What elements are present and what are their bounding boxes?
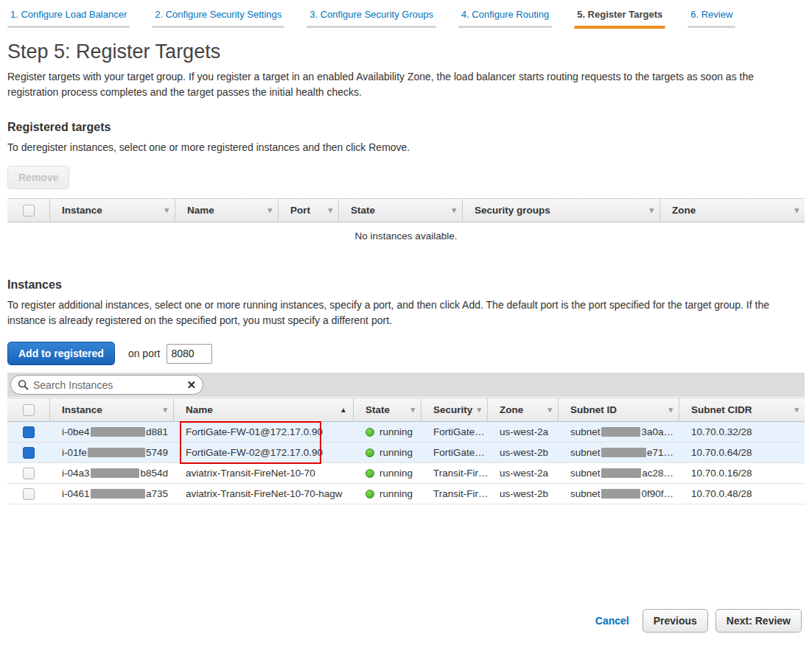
row-checkbox[interactable] [23,447,35,459]
select-all-checkbox[interactable] [23,205,35,216]
subnet-id-cell: subnete71… [559,443,679,462]
tab-configure-security-groups[interactable]: 3. Configure Security Groups [307,9,436,29]
tab-register-targets[interactable]: 5. Register Targets [574,9,665,29]
sort-down-icon[interactable]: ▾ [410,405,415,415]
table-row[interactable]: i-04a3b854d aviatrix-Transit-FireNet-10-… [7,463,805,484]
search-instances-box[interactable]: ✕ [10,375,203,395]
sort-down-icon[interactable]: ▾ [328,205,332,215]
zone-cell: us-west-2b [488,443,559,462]
security-cell: Transit-Fir… [421,463,488,483]
search-icon [18,379,29,390]
registered-targets-table: Instance ▾ Name ▾ Port ▾ State ▾ Securit… [7,198,805,252]
instance-id-cell: i-04a3b854d [50,463,174,483]
sort-down-icon[interactable]: ▾ [794,405,799,415]
instance-name-cell: FortiGate-FW-02@172.17.0.90 [174,443,354,462]
sort-down-icon[interactable]: ▾ [668,405,673,415]
column-label: Name [187,205,214,216]
port-label: on port [128,348,161,359]
row-checkbox-cell [7,443,50,462]
clear-search-icon[interactable]: ✕ [186,379,196,390]
table-row[interactable]: i-01fe5749 FortiGate-FW-02@172.17.0.90 r… [7,443,805,463]
tab-underline [152,26,284,28]
tab-label: 6. Review [687,9,735,26]
table-row[interactable]: i-0461a735 aviatrix-Transit-FireNet-10-7… [7,484,805,504]
column-header-security[interactable]: Security ▾ [421,398,488,421]
zone-cell: us-west-2b [488,484,559,504]
column-header-name[interactable]: Name ▾ [175,199,279,222]
add-to-registered-button[interactable]: Add to registered [7,342,115,365]
instance-name-cell: FortiGate-FW-01@172.17.0.90 [174,422,354,442]
column-label: Port [290,205,310,216]
subnet-id-cell: subnet3a0a… [559,422,679,442]
sort-down-icon[interactable]: ▾ [477,405,481,415]
instances-table-body: i-0be4d881 FortiGate-FW-01@172.17.0.90 r… [7,422,805,504]
column-header-port[interactable]: Port ▾ [279,199,339,222]
sort-down-icon[interactable]: ▾ [163,405,167,415]
redacted-text [601,448,646,457]
add-to-registered-row: Add to registered on port [7,342,805,365]
tab-configure-routing[interactable]: 4. Configure Routing [458,9,552,29]
zone-cell: us-west-2a [488,422,559,442]
tab-configure-load-balancer[interactable]: 1. Configure Load Balancer [7,9,130,29]
register-targets-page: 1. Configure Load Balancer 2. Configure … [0,0,812,648]
registered-targets-table-header: Instance ▾ Name ▾ Port ▾ State ▾ Securit… [7,198,805,222]
table-row[interactable]: i-0be4d881 FortiGate-FW-01@172.17.0.90 r… [7,422,805,443]
subnet-cidr-cell: 10.70.0.64/28 [679,443,805,462]
tab-configure-security-settings[interactable]: 2. Configure Security Settings [152,9,284,29]
sort-down-icon[interactable]: ▾ [794,205,799,215]
column-header-subnet-cidr[interactable]: Subnet CIDR ▾ [679,398,805,421]
instance-name-cell: aviatrix-Transit-FireNet-10-70 [174,463,354,483]
tab-underline [458,26,552,28]
row-checkbox-cell [7,463,50,483]
sort-down-icon[interactable]: ▾ [452,205,456,215]
tab-underline [574,26,665,29]
tab-label: 3. Configure Security Groups [307,9,436,26]
remove-button[interactable]: Remove [7,166,69,189]
instances-table: ✕ Instance ▾ Name ▲ State ▾ [7,373,805,504]
redacted-text [91,427,145,437]
instance-id-cell: i-0be4d881 [50,422,174,442]
column-label: Security [433,404,472,415]
instance-name-cell: aviatrix-Transit-FireNet-10-70-hagw [174,484,354,504]
status-running-icon [365,448,374,457]
sort-up-icon[interactable]: ▲ [340,406,347,414]
row-checkbox-cell [7,422,50,442]
sort-down-icon[interactable]: ▾ [649,205,654,215]
tab-label: 5. Register Targets [574,9,665,26]
row-checkbox-cell [7,484,50,504]
tab-underline [307,26,436,28]
redacted-text [88,448,145,457]
search-band: ✕ [7,373,805,398]
column-header-instance[interactable]: Instance ▾ [50,398,174,421]
column-header-name[interactable]: Name ▲ [174,398,354,421]
column-header-zone[interactable]: Zone ▾ [488,398,559,421]
column-label: Security groups [475,205,550,216]
column-header-security-groups[interactable]: Security groups ▾ [463,199,660,222]
instances-heading: Instances [7,278,805,292]
tab-underline [7,26,130,28]
tab-label: 4. Configure Routing [458,9,552,26]
row-checkbox[interactable] [23,488,35,500]
select-all-cell [7,398,50,421]
row-checkbox[interactable] [23,426,35,438]
wizard-footer: Cancel Previous Next: Review [595,609,802,633]
column-header-zone[interactable]: Zone ▾ [660,199,805,222]
sort-down-icon[interactable]: ▾ [547,405,552,415]
sort-down-icon[interactable]: ▾ [164,205,169,215]
search-instances-input[interactable] [33,379,186,391]
cancel-link[interactable]: Cancel [595,615,629,627]
column-header-instance[interactable]: Instance ▾ [50,199,175,222]
column-header-state[interactable]: State ▾ [339,199,463,222]
column-header-state[interactable]: State ▾ [354,398,421,421]
sort-down-icon[interactable]: ▾ [267,205,272,215]
previous-button[interactable]: Previous [643,609,708,633]
next-review-button[interactable]: Next: Review [715,609,802,633]
tab-label: 1. Configure Load Balancer [7,9,130,26]
redacted-text [91,468,140,478]
security-cell: FortiGate… [421,422,488,442]
column-header-subnet-id[interactable]: Subnet ID ▾ [559,398,679,421]
port-input[interactable] [167,344,212,364]
tab-review[interactable]: 6. Review [687,9,735,29]
select-all-checkbox[interactable] [23,404,35,416]
row-checkbox[interactable] [23,468,35,479]
